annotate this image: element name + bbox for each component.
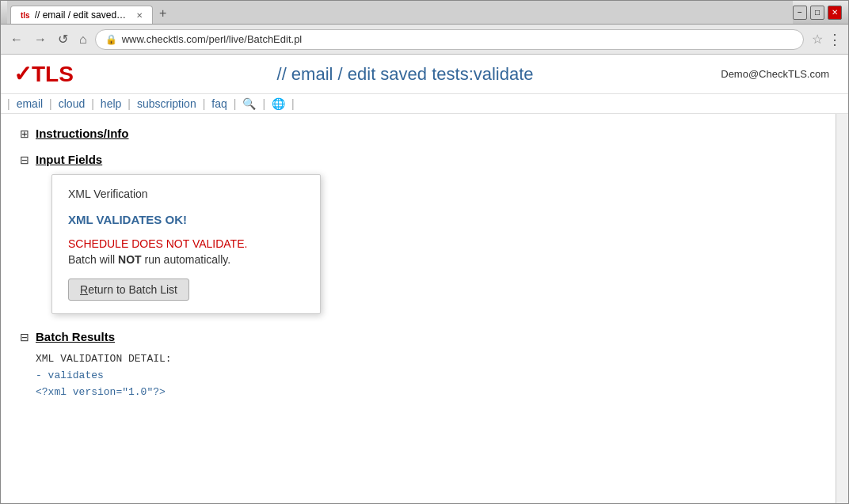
page-scroll[interactable]: ⊞ Instructions/Info ⊟ Input Fields XML V…: [1, 114, 836, 503]
popup-success-message: XML VALIDATES OK!: [68, 213, 304, 226]
window-controls: − □ ✕: [793, 6, 842, 20]
logo-tls-text: TLS: [32, 62, 74, 87]
code-line-2: - validates: [36, 368, 817, 385]
site-header: ✓ TLS // email / edit saved tests:valida…: [1, 55, 848, 94]
nav-help[interactable]: help: [101, 97, 121, 110]
return-btn-rest: eturn to Batch List: [88, 283, 177, 296]
lock-icon: 🔒: [105, 34, 117, 45]
close-button[interactable]: ✕: [828, 6, 842, 20]
code-line-3: <?xml version="1.0"?>: [36, 385, 817, 401]
popup-warning-line2: Batch will NOT run automatically.: [68, 253, 304, 266]
search-icon[interactable]: 🔍: [242, 97, 256, 110]
return-to-batch-list-button[interactable]: Return to Batch List: [68, 279, 189, 301]
logo-check-icon: ✓: [13, 61, 32, 87]
batch-results-title[interactable]: Batch Results: [36, 330, 115, 343]
site-title: // email / edit saved tests:validate: [89, 64, 721, 85]
browser-content: ✓ TLS // email / edit saved tests:valida…: [1, 55, 848, 503]
page-body: ⊞ Instructions/Info ⊟ Input Fields XML V…: [1, 114, 848, 503]
url-bar[interactable]: 🔒 www.checktls.com/perl/live/BatchEdit.p…: [95, 29, 804, 50]
batch-results-section: ⊟ Batch Results XML VALIDATION DETAIL: -…: [20, 330, 817, 400]
input-fields-title[interactable]: Input Fields: [36, 153, 102, 166]
nav-sep-2: |: [91, 97, 94, 110]
popup-warning-bold: NOT: [118, 253, 142, 266]
tab-favicon: tls: [21, 11, 30, 20]
nav-sep-6: |: [262, 97, 265, 110]
site-nav: | email | cloud | help | subscription | …: [1, 94, 848, 114]
instructions-title[interactable]: Instructions/Info: [36, 127, 129, 140]
back-button[interactable]: ←: [7, 31, 26, 48]
bookmark-icon[interactable]: ☆: [812, 32, 823, 47]
minimize-button[interactable]: −: [793, 6, 807, 20]
batch-results-toggle-icon[interactable]: ⊟: [20, 331, 29, 343]
nav-sep-0: |: [7, 97, 10, 110]
code-label: XML VALIDATION DETAIL:: [36, 351, 817, 368]
nav-subscription[interactable]: subscription: [137, 97, 196, 110]
home-button[interactable]: ⌂: [76, 31, 90, 48]
nav-email[interactable]: email: [17, 97, 43, 110]
new-tab-button[interactable]: +: [153, 3, 173, 24]
tab-bar: tls // email / edit saved test ✕ +: [7, 1, 793, 24]
nav-sep-4: |: [203, 97, 206, 110]
browser-menu-icon[interactable]: ⋮: [828, 31, 842, 48]
nav-faq[interactable]: faq: [211, 97, 227, 110]
tab-label: // email / edit saved test: [35, 9, 128, 21]
instructions-toggle-icon[interactable]: ⊞: [20, 127, 29, 140]
instructions-section: ⊞ Instructions/Info: [20, 127, 817, 140]
xml-verification-popup: XML Verification XML VALIDATES OK! SCHED…: [51, 174, 321, 314]
tab-close-icon[interactable]: ✕: [136, 11, 143, 20]
input-fields-section: ⊟ Input Fields XML Verification XML VALI…: [20, 153, 817, 314]
forward-button[interactable]: →: [31, 31, 50, 48]
nav-sep-7: |: [291, 97, 295, 110]
instructions-header: ⊞ Instructions/Info: [20, 127, 817, 140]
scrollbar[interactable]: [836, 114, 848, 503]
input-fields-header: ⊟ Input Fields: [20, 153, 817, 166]
url-text: www.checktls.com/perl/live/BatchEdit.pl: [122, 33, 303, 45]
active-tab[interactable]: tls // email / edit saved test ✕: [10, 6, 153, 24]
reload-button[interactable]: ↺: [55, 30, 71, 48]
nav-sep-5: |: [234, 97, 237, 110]
popup-warning-line1: SCHEDULE DOES NOT VALIDATE.: [68, 237, 304, 250]
user-email: Demo@CheckTLS.com: [721, 68, 829, 80]
code-output: XML VALIDATION DETAIL: - validates <?xml…: [36, 351, 817, 400]
popup-subtitle: XML Verification: [68, 188, 304, 200]
input-fields-toggle-icon[interactable]: ⊟: [20, 153, 29, 166]
batch-results-header: ⊟ Batch Results: [20, 330, 817, 343]
globe-icon[interactable]: 🌐: [272, 97, 285, 110]
popup-warning-suffix: run automatically.: [142, 253, 231, 266]
nav-sep-1: |: [49, 97, 52, 110]
address-bar: ← → ↺ ⌂ 🔒 www.checktls.com/perl/live/Bat…: [1, 25, 848, 55]
title-bar: tls // email / edit saved test ✕ + − □ ✕: [1, 1, 848, 25]
popup-warning-prefix: Batch will: [68, 253, 118, 266]
maximize-button[interactable]: □: [810, 6, 824, 20]
logo: ✓ TLS: [13, 61, 74, 87]
browser-window: tls // email / edit saved test ✕ + − □ ✕…: [0, 0, 849, 504]
nav-cloud[interactable]: cloud: [59, 97, 85, 110]
return-btn-underline-char: R: [80, 283, 88, 296]
nav-sep-3: |: [128, 97, 131, 110]
